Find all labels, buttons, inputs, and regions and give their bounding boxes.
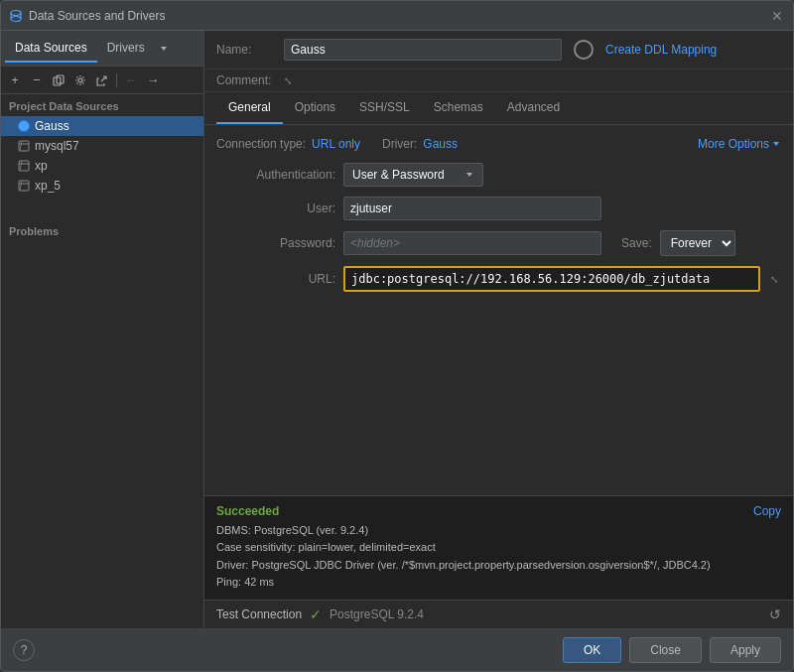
sidebar-tab-dropdown[interactable] [155, 44, 173, 54]
status-panel: Succeeded Copy DBMS: PostgreSQL (ver. 9.… [204, 495, 793, 600]
driver-label: Driver: [382, 137, 417, 151]
sidebar-tabs: Data Sources Drivers [1, 31, 203, 67]
tab-general[interactable]: General [216, 92, 283, 124]
expand-comment-icon[interactable]: ⤡ [284, 75, 292, 86]
more-options-button[interactable]: More Options [698, 137, 781, 151]
authentication-row: Authentication: User & Password [216, 163, 781, 187]
password-row: Password: Save: Forever [216, 230, 781, 256]
xp5-db-icon [17, 179, 31, 193]
config-tabs: General Options SSH/SSL Schemas Advanced [204, 92, 793, 125]
test-connection-result: PostgreSQL 9.2.4 [330, 607, 424, 621]
authentication-label: Authentication: [216, 168, 335, 182]
datasource-item-gauss[interactable]: Gauss [1, 116, 203, 136]
problems-section: Problems [1, 211, 203, 243]
close-dialog-button[interactable]: Close [629, 637, 702, 663]
svg-point-7 [78, 78, 82, 82]
connection-type-value[interactable]: URL only [312, 137, 360, 151]
save-label: Save: [621, 236, 652, 250]
test-connection-bar: Test Connection ✓ PostgreSQL 9.2.4 ↺ [204, 600, 793, 628]
create-ddl-link[interactable]: Create DDL Mapping [605, 43, 717, 57]
sidebar-tab-drivers[interactable]: Drivers [97, 35, 155, 63]
gauss-db-icon [17, 119, 31, 133]
tab-sshssl[interactable]: SSH/SSL [347, 92, 422, 124]
toolbar-separator [116, 73, 117, 87]
project-data-sources-label: Project Data Sources [1, 94, 203, 116]
status-header: Succeeded Copy [216, 504, 781, 518]
main-content: Data Sources Drivers + − [1, 31, 793, 628]
status-text: DBMS: PostgreSQL (ver. 9.2.4) Case sensi… [216, 522, 781, 592]
apply-button[interactable]: Apply [710, 637, 781, 663]
svg-point-0 [11, 10, 21, 15]
user-row: User: [216, 197, 781, 220]
back-button[interactable]: ← [121, 70, 141, 90]
bottom-bar: ? OK Close Apply [1, 628, 793, 671]
tab-schemas[interactable]: Schemas [422, 92, 495, 124]
xp-db-icon [17, 159, 31, 173]
connection-type-row: Connection type: URL only Driver: Gauss … [216, 137, 781, 151]
data-sources-dialog: Data Sources and Drivers ✕ Data Sources … [0, 0, 794, 672]
authentication-select[interactable]: User & Password [343, 163, 483, 187]
forward-button[interactable]: → [143, 70, 163, 90]
tab-advanced[interactable]: Advanced [495, 92, 572, 124]
svg-marker-18 [466, 173, 472, 177]
svg-line-16 [20, 181, 22, 191]
connection-status-indicator [574, 40, 594, 60]
datasource-item-mysql57[interactable]: mysql57 [1, 136, 203, 156]
name-field-label: Name: [216, 43, 276, 57]
add-datasource-button[interactable]: + [5, 70, 25, 90]
url-row: URL: ⤡ [216, 266, 781, 292]
config-content: Connection type: URL only Driver: Gauss … [204, 125, 793, 495]
datasource-item-xp5[interactable]: xp_5 [1, 176, 203, 196]
svg-line-13 [20, 161, 22, 171]
test-connection-checkmark: ✓ [310, 606, 322, 622]
title-bar: Data Sources and Drivers ✕ [1, 1, 793, 31]
remove-datasource-button[interactable]: − [27, 70, 47, 90]
close-button[interactable]: ✕ [769, 8, 785, 24]
sidebar: Data Sources Drivers + − [1, 31, 204, 628]
svg-line-10 [20, 141, 22, 151]
refresh-button[interactable]: ↺ [769, 606, 781, 622]
copy-button[interactable]: Copy [753, 504, 781, 518]
svg-point-3 [11, 16, 21, 21]
connection-type-label: Connection type: [216, 137, 306, 151]
comment-field-label: Comment: [216, 73, 276, 87]
sidebar-toolbar: + − ← → [1, 67, 203, 94]
driver-value[interactable]: Gauss [423, 137, 458, 151]
user-input[interactable] [343, 197, 601, 220]
help-button[interactable]: ? [13, 639, 35, 661]
svg-marker-4 [161, 47, 167, 51]
tab-options[interactable]: Options [283, 92, 347, 124]
password-label: Password: [216, 236, 335, 250]
datasource-item-xp[interactable]: xp [1, 156, 203, 176]
url-label: URL: [216, 272, 335, 286]
link-button[interactable] [92, 70, 112, 90]
password-input[interactable] [343, 231, 601, 255]
sidebar-tab-datasources[interactable]: Data Sources [5, 35, 97, 63]
mysql57-db-icon [17, 139, 31, 153]
comment-row: Comment: ⤡ [204, 69, 793, 92]
svg-marker-17 [773, 142, 779, 146]
copy-datasource-button[interactable] [49, 70, 68, 90]
save-select[interactable]: Forever [660, 230, 735, 256]
url-expand-button[interactable]: ⤡ [770, 274, 778, 285]
settings-button[interactable] [70, 70, 90, 90]
status-success-label: Succeeded [216, 504, 279, 518]
url-input[interactable] [343, 266, 760, 292]
user-label: User: [216, 202, 335, 215]
dialog-icon [9, 9, 23, 23]
test-connection-button[interactable]: Test Connection [216, 607, 302, 621]
bottom-buttons: OK Close Apply [563, 637, 781, 663]
title-bar-text: Data Sources and Drivers [29, 9, 769, 23]
name-input[interactable] [284, 39, 562, 61]
right-panel: Name: Create DDL Mapping Comment: ⤡ Gene… [204, 31, 793, 628]
problems-label: Problems [1, 219, 203, 243]
ok-button[interactable]: OK [563, 637, 621, 663]
name-row: Name: Create DDL Mapping [204, 31, 793, 69]
